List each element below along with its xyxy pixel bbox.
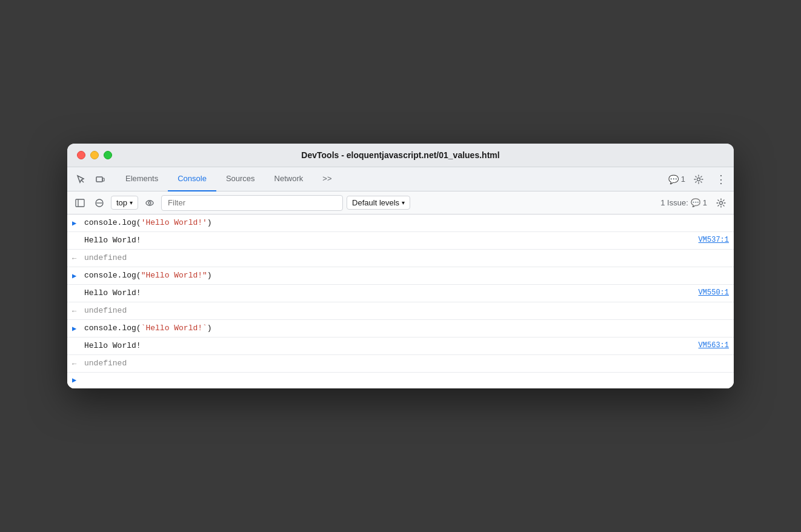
svg-point-9	[148, 202, 151, 204]
console-row-output-2: Hello World! VM550:1	[67, 285, 734, 302]
console-prompt[interactable]: ▶	[67, 373, 734, 388]
console-input[interactable]	[84, 376, 729, 385]
tab-elements[interactable]: Elements	[116, 167, 168, 191]
source-link-3[interactable]: VM563:1	[699, 340, 729, 351]
tab-more[interactable]: >>	[313, 167, 341, 191]
source-link-1[interactable]: VM537:1	[699, 234, 729, 245]
svg-rect-4	[76, 199, 84, 207]
filter-input[interactable]	[161, 195, 343, 211]
issue-text: 1 Issue:	[660, 198, 688, 207]
more-button[interactable]: ⋮	[712, 171, 729, 188]
console-toolbar: top ▾ Default levels ▾ 1 Issue: 💬 1	[67, 191, 734, 214]
paren-3: )	[207, 324, 212, 333]
paren-2: )	[207, 271, 212, 280]
close-button[interactable]	[77, 151, 85, 159]
console-row-return-1: ← undefined	[67, 250, 734, 267]
output-text-2: Hello World!	[84, 287, 699, 299]
expand-icon-1[interactable]: ▶	[72, 217, 84, 229]
expand-icon-2[interactable]: ▶	[72, 270, 84, 282]
message-badge[interactable]: 💬 1	[668, 175, 685, 184]
fn-name-3: console.log(	[84, 324, 141, 333]
window-title: DevTools - eloquentjavascript.net/01_val…	[301, 150, 499, 160]
tab-network[interactable]: Network	[265, 167, 313, 191]
svg-rect-2	[102, 178, 104, 181]
return-value-2: undefined	[84, 305, 729, 317]
more-icon: ⋮	[716, 173, 726, 186]
output-text-1: Hello World!	[84, 234, 699, 247]
tabs: Elements Console Sources Network >>	[116, 167, 668, 191]
context-label: top	[116, 198, 127, 207]
console-row-return-3: ← undefined	[67, 355, 734, 373]
tab-bar: Elements Console Sources Network >> 💬 1	[67, 167, 734, 191]
svg-line-0	[81, 180, 84, 182]
expand-icon-3[interactable]: ▶	[72, 322, 84, 334]
source-link-2[interactable]: VM550:1	[699, 287, 729, 298]
output-icon-1	[72, 234, 84, 247]
console-content: ▶ console.log('Hello World!') Hello Worl…	[67, 214, 734, 388]
minimize-button[interactable]	[90, 151, 99, 159]
return-value-1: undefined	[84, 252, 729, 264]
eye-button[interactable]	[142, 195, 158, 211]
string-2: "Hello World!"	[141, 271, 207, 280]
fn-name-1: console.log(	[84, 218, 141, 227]
title-bar: DevTools - eloquentjavascript.net/01_val…	[67, 144, 734, 167]
return-icon-2: ←	[72, 305, 84, 317]
tab-bar-right: 💬 1 ⋮	[668, 171, 729, 188]
fn-name-2: console.log(	[84, 271, 141, 280]
return-icon-1: ←	[72, 252, 84, 264]
output-text-3: Hello World!	[84, 340, 699, 352]
console-settings-button[interactable]	[713, 195, 729, 211]
message-count: 1	[681, 175, 685, 184]
message-icon: 💬	[668, 175, 679, 184]
string-3: `Hello World!`	[141, 324, 207, 333]
svg-point-3	[697, 178, 700, 181]
tab-bar-left-icons	[72, 171, 108, 188]
console-row-input-3: ▶ console.log(`Hello World!`)	[67, 320, 734, 337]
output-icon-2	[72, 287, 84, 299]
issue-count: 1	[703, 198, 707, 207]
return-icon-3: ←	[72, 357, 84, 370]
code-3: console.log(`Hello World!`)	[84, 322, 729, 334]
select-element-button[interactable]	[72, 171, 89, 188]
svg-point-10	[720, 201, 723, 204]
svg-point-8	[146, 201, 153, 205]
clear-console-button[interactable]	[91, 195, 107, 211]
code-2: console.log("Hello World!")	[84, 270, 729, 282]
svg-rect-1	[96, 177, 102, 182]
device-toggle-button[interactable]	[91, 171, 108, 188]
console-row-output-3: Hello World! VM563:1	[67, 337, 734, 355]
paren-1: )	[207, 218, 212, 227]
prompt-icon: ▶	[72, 375, 84, 386]
traffic-lights	[77, 151, 112, 159]
log-levels-button[interactable]: Default levels ▾	[347, 196, 410, 210]
settings-button[interactable]	[690, 171, 707, 188]
maximize-button[interactable]	[104, 151, 112, 159]
code-1: console.log('Hello World!')	[84, 217, 729, 229]
output-icon-3	[72, 340, 84, 352]
tab-console[interactable]: Console	[168, 167, 216, 191]
context-selector[interactable]: top ▾	[111, 196, 138, 210]
console-row-input-2: ▶ console.log("Hello World!")	[67, 267, 734, 285]
issue-icon: 💬	[691, 198, 700, 207]
tab-sources[interactable]: Sources	[216, 167, 265, 191]
devtools-window: DevTools - eloquentjavascript.net/01_val…	[67, 144, 734, 388]
levels-chevron-icon: ▾	[402, 199, 405, 206]
console-row-return-2: ← undefined	[67, 302, 734, 320]
return-value-3: undefined	[84, 357, 729, 370]
string-1: 'Hello World!'	[141, 218, 207, 227]
log-levels-label: Default levels	[352, 198, 399, 207]
expand-sidebar-button[interactable]	[72, 195, 88, 211]
console-row-input-1: ▶ console.log('Hello World!')	[67, 214, 734, 232]
chevron-down-icon: ▾	[130, 199, 133, 206]
console-row-output-1: Hello World! VM537:1	[67, 232, 734, 250]
issue-badge[interactable]: 1 Issue: 💬 1	[660, 198, 707, 207]
